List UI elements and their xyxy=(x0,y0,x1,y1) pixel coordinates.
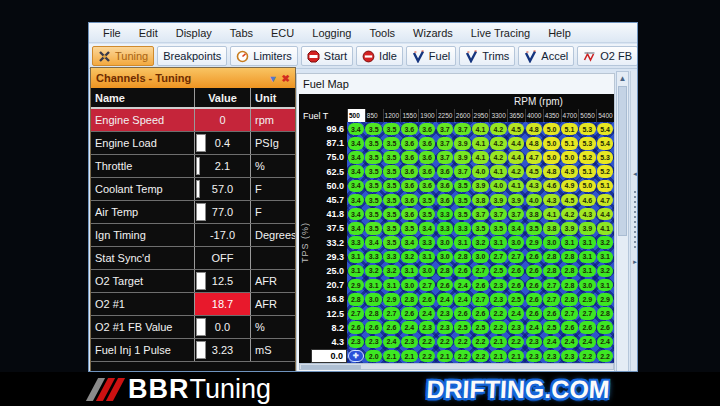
tps-row-label[interactable]: 50.0 xyxy=(311,179,347,193)
channel-row-engine-load[interactable]: Engine Load0.4PSIg xyxy=(91,132,295,155)
map-cell[interactable]: 4.4 xyxy=(596,207,614,221)
tps-row-label[interactable]: 87.1 xyxy=(311,136,347,150)
channel-row-o2-1-fb-value[interactable]: O2 #1 FB Value0.0% xyxy=(91,316,295,339)
channel-row-o2-1[interactable]: O2 #118.7AFR xyxy=(91,293,295,316)
map-cell[interactable]: 3.7 xyxy=(454,122,472,136)
channel-row-stat-sync-d[interactable]: Stat Sync'dOFF xyxy=(91,247,295,270)
map-cell[interactable]: 4.4 xyxy=(507,150,525,164)
map-cell[interactable]: 2.6 xyxy=(525,292,543,306)
map-cell[interactable]: 2.2 xyxy=(578,349,596,363)
map-cell[interactable]: 3.0 xyxy=(578,278,596,292)
map-cell[interactable]: 3.2 xyxy=(383,264,401,278)
map-cell[interactable]: 5.0 xyxy=(543,122,561,136)
rpm-col-header[interactable]: 3300 xyxy=(489,109,507,122)
tps-row-label[interactable]: 0.0 xyxy=(311,349,347,363)
map-cell[interactable]: 3.6 xyxy=(418,179,436,193)
map-cell[interactable]: 2.3 xyxy=(543,349,561,363)
map-cell[interactable]: 3.4 xyxy=(347,122,365,136)
map-cell[interactable]: 3.0 xyxy=(418,264,436,278)
map-cell[interactable]: 3.7 xyxy=(472,207,490,221)
map-cell[interactable]: 4.0 xyxy=(489,179,507,193)
value-edit-box[interactable] xyxy=(196,157,200,175)
map-cell[interactable]: 3.8 xyxy=(472,193,490,207)
map-cell[interactable]: 2.0 xyxy=(365,349,383,363)
map-cell[interactable]: 3.8 xyxy=(525,207,543,221)
channel-row-air-temp[interactable]: Air Temp77.0F xyxy=(91,201,295,224)
map-cell[interactable]: 3.1 xyxy=(365,278,383,292)
map-cell[interactable]: 5.4 xyxy=(596,136,614,150)
channel-row-throttle[interactable]: Throttle2.1% xyxy=(91,155,295,178)
tps-row-label[interactable]: 37.5 xyxy=(311,221,347,235)
map-cell[interactable]: 3.5 xyxy=(383,165,401,179)
menu-item-file[interactable]: File xyxy=(95,25,129,41)
map-cell[interactable]: 3.5 xyxy=(454,207,472,221)
map-cell[interactable]: 2.1 xyxy=(507,349,525,363)
map-cell[interactable]: 2.9 xyxy=(525,236,543,250)
map-cell[interactable]: 2.6 xyxy=(596,321,614,335)
map-cell[interactable]: 2.8 xyxy=(365,306,383,320)
menu-item-help[interactable]: Help xyxy=(540,25,579,41)
map-cell[interactable]: 2.7 xyxy=(543,278,561,292)
map-cell[interactable]: 3.3 xyxy=(436,207,454,221)
map-cell[interactable]: 3.4 xyxy=(347,221,365,235)
map-cell[interactable]: 2.6 xyxy=(365,321,383,335)
map-cell[interactable]: 3.5 xyxy=(365,150,383,164)
tps-row-label[interactable]: 33.2 xyxy=(311,236,347,250)
map-cell[interactable]: 2.5 xyxy=(472,321,490,335)
map-cell[interactable]: 2.6 xyxy=(454,264,472,278)
channel-value[interactable]: 0.4 xyxy=(195,132,251,154)
map-cell[interactable]: 2.6 xyxy=(578,321,596,335)
map-cell[interactable]: 2.4 xyxy=(507,306,525,320)
splitter-left-icon[interactable]: ◄ xyxy=(631,171,638,177)
map-cell[interactable]: 3.5 xyxy=(365,122,383,136)
map-cell[interactable]: 2.5 xyxy=(507,292,525,306)
map-cell[interactable]: 5.3 xyxy=(578,136,596,150)
map-cell[interactable]: 2.2 xyxy=(472,349,490,363)
map-cell[interactable]: 2.2 xyxy=(454,349,472,363)
map-cell[interactable]: 2.7 xyxy=(507,250,525,264)
map-cell[interactable]: 4.2 xyxy=(489,122,507,136)
map-cell[interactable]: 4.1 xyxy=(472,150,490,164)
map-cell[interactable]: 3.2 xyxy=(596,236,614,250)
map-cell[interactable]: 3.9 xyxy=(472,179,490,193)
map-cell[interactable]: 4.9 xyxy=(561,165,579,179)
map-cell[interactable]: 3.1 xyxy=(400,264,418,278)
map-cell[interactable]: 4.6 xyxy=(578,193,596,207)
map-cell[interactable]: 3.4 xyxy=(347,165,365,179)
map-cell[interactable]: 3.1 xyxy=(596,278,614,292)
map-cell[interactable]: 3.7 xyxy=(436,122,454,136)
tps-row-label[interactable]: 16.8 xyxy=(311,292,347,306)
channel-row-fuel-inj-1-pulse[interactable]: Fuel Inj 1 Pulse3.23mS xyxy=(91,339,295,362)
map-cell[interactable]: 3.0 xyxy=(436,236,454,250)
scroll-up-icon[interactable]: ▲ xyxy=(617,72,628,84)
map-cell[interactable]: 3.0 xyxy=(472,250,490,264)
tps-row-label[interactable]: 4.3 xyxy=(311,335,347,349)
menu-item-display[interactable]: Display xyxy=(168,25,220,41)
channel-value[interactable]: 3.23 xyxy=(195,339,251,361)
map-cell[interactable]: 3.6 xyxy=(418,122,436,136)
map-horizontal-scrollbar[interactable] xyxy=(299,363,614,370)
channel-value[interactable]: 18.7 xyxy=(195,293,251,315)
map-cell[interactable]: 2.3 xyxy=(507,321,525,335)
map-cell[interactable]: 5.0 xyxy=(578,179,596,193)
map-cell[interactable]: 2.6 xyxy=(525,278,543,292)
map-cell[interactable]: 4.9 xyxy=(561,179,579,193)
map-cell[interactable]: 3.6 xyxy=(418,136,436,150)
map-cell[interactable]: 3.1 xyxy=(383,278,401,292)
map-cell[interactable]: 4.4 xyxy=(507,136,525,150)
map-cell[interactable]: 2.6 xyxy=(525,250,543,264)
map-cell[interactable]: 3.4 xyxy=(507,221,525,235)
map-cell[interactable]: 3.7 xyxy=(489,207,507,221)
channel-row-engine-speed[interactable]: Engine Speed0rpm xyxy=(91,109,295,132)
map-cell[interactable]: 2.5 xyxy=(454,321,472,335)
map-cell[interactable]: 3.9 xyxy=(507,193,525,207)
map-cell[interactable]: 3.9 xyxy=(454,150,472,164)
tab-limiters[interactable]: Limiters xyxy=(230,46,298,66)
map-cell[interactable]: 2.8 xyxy=(561,278,579,292)
map-cell[interactable]: 2.6 xyxy=(400,306,418,320)
map-cell[interactable]: 2.7 xyxy=(472,292,490,306)
map-cell[interactable]: 5.3 xyxy=(596,150,614,164)
map-cell[interactable]: 3.6 xyxy=(400,150,418,164)
tps-row-label[interactable]: 25.0 xyxy=(311,264,347,278)
map-cell[interactable]: 2.9 xyxy=(383,292,401,306)
